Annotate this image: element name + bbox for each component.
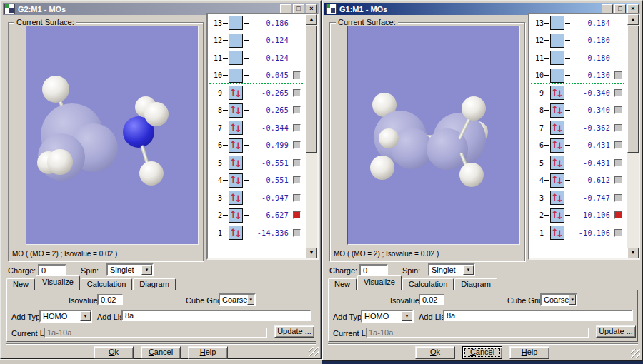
isovalue-input[interactable]: [419, 294, 444, 305]
resize-grip[interactable]: [631, 349, 640, 358]
mo-orbital-box[interactable]: [550, 51, 564, 65]
mo-orbital-box[interactable]: ↑↓: [550, 103, 564, 118]
mo-select-checkbox[interactable]: [614, 159, 622, 167]
scrollbar-thumb[interactable]: [306, 26, 317, 153]
mo-orbital-box[interactable]: ↑↓: [550, 138, 564, 153]
molecule-viewport[interactable]: [26, 26, 199, 245]
isovalue-input[interactable]: [97, 294, 123, 305]
mo-orbital-box[interactable]: ↑↓: [550, 173, 564, 188]
charge-input[interactable]: [38, 264, 66, 276]
scrollbar-thumb[interactable]: [627, 26, 639, 153]
mo-orbital-box[interactable]: [550, 69, 564, 83]
mo-orbital-box[interactable]: ↑↓: [229, 208, 243, 223]
mo-orbital-box[interactable]: ↑↓: [229, 121, 243, 135]
mo-orbital-box[interactable]: [229, 34, 243, 48]
chevron-down-icon[interactable]: ▼: [80, 311, 91, 321]
mo-select-checkbox[interactable]: [293, 211, 301, 219]
mo-orbital-box[interactable]: ↑↓: [229, 191, 243, 205]
mo-select-checkbox[interactable]: [614, 211, 622, 219]
mo-scrollbar[interactable]: ▲ ▼: [306, 14, 317, 258]
mo-select-checkbox[interactable]: [614, 229, 622, 237]
cancel-button[interactable]: Cancel: [141, 346, 181, 359]
tab-diagram[interactable]: Diagram: [454, 278, 497, 290]
update-button[interactable]: Update ...: [274, 325, 314, 338]
tab-diagram[interactable]: Diagram: [133, 278, 176, 290]
tab-calculation[interactable]: Calculation: [402, 278, 454, 290]
mo-orbital-box[interactable]: ↑↓: [550, 208, 564, 223]
mo-orbital-box[interactable]: [550, 34, 564, 48]
molecule-viewport[interactable]: [347, 26, 520, 245]
spin-select[interactable]: Singlet ▼: [106, 263, 154, 276]
mo-orbital-box[interactable]: ↑↓: [550, 121, 564, 135]
chevron-down-icon[interactable]: ▼: [141, 265, 152, 275]
mo-select-checkbox[interactable]: [614, 106, 622, 114]
cube-grid-select[interactable]: Coarse ▼: [219, 293, 256, 306]
mo-orbital-box[interactable]: ↑↓: [550, 86, 564, 100]
mo-orbital-box[interactable]: [229, 69, 243, 83]
mo-orbital-box[interactable]: [229, 16, 243, 30]
mo-orbital-box[interactable]: ↑↓: [229, 86, 243, 100]
help-button[interactable]: Help: [188, 346, 228, 359]
resize-grip[interactable]: [309, 347, 319, 356]
mo-orbital-box[interactable]: ↑↓: [229, 226, 243, 240]
tab-new[interactable]: New: [328, 278, 357, 290]
chevron-down-icon[interactable]: ▼: [402, 311, 412, 321]
chevron-down-icon[interactable]: ▼: [569, 295, 576, 305]
hydrogen-atom: [370, 156, 394, 180]
scroll-up-icon[interactable]: ▲: [627, 14, 639, 25]
hydrogen-atom: [42, 76, 69, 103]
add-type-select[interactable]: HOMO ▼: [361, 310, 414, 323]
mo-orbital-box[interactable]: ↑↓: [229, 156, 243, 170]
mo-select-checkbox[interactable]: [293, 141, 301, 149]
spin-select[interactable]: Singlet ▼: [428, 263, 475, 276]
mo-level-line: [244, 215, 249, 216]
add-type-select[interactable]: HOMO ▼: [39, 310, 92, 323]
mo-select-checkbox[interactable]: [614, 141, 622, 149]
mo-energy-value: 0.180: [571, 36, 610, 44]
add-list-input[interactable]: [121, 310, 311, 321]
mo-select-checkbox[interactable]: [293, 176, 301, 184]
mo-level-line: [544, 23, 549, 24]
mo-orbital-box[interactable]: [550, 16, 564, 30]
mo-scrollbar[interactable]: ▲ ▼: [627, 14, 639, 258]
mo-orbital-box[interactable]: [229, 51, 243, 65]
mo-orbital-box[interactable]: ↑↓: [229, 103, 243, 118]
mo-select-checkbox[interactable]: [614, 194, 622, 202]
mo-select-checkbox[interactable]: [614, 176, 622, 184]
mo-level-line: [223, 145, 228, 146]
mo-orbital-box[interactable]: ↑↓: [229, 173, 243, 188]
mo-row-8: 8↑↓-0.265: [211, 102, 304, 119]
tab-calculation[interactable]: Calculation: [81, 278, 132, 290]
chevron-down-icon[interactable]: ▼: [463, 265, 474, 275]
cube-grid-select[interactable]: Coarse ▼: [540, 293, 577, 306]
help-button[interactable]: Help: [509, 346, 549, 359]
spin-label: Spin:: [81, 266, 99, 275]
cancel-button[interactable]: Cancel: [462, 346, 502, 359]
mo-orbital-box[interactable]: ↑↓: [550, 191, 564, 205]
mo-orbital-box[interactable]: ↑↓: [550, 156, 564, 170]
mo-select-checkbox[interactable]: [614, 89, 622, 97]
mo-select-checkbox[interactable]: [293, 106, 301, 114]
mo-select-checkbox[interactable]: [293, 194, 301, 202]
scroll-down-icon[interactable]: ▼: [306, 248, 317, 258]
charge-input[interactable]: [359, 264, 388, 276]
mo-select-checkbox[interactable]: [614, 124, 622, 132]
mo-select-checkbox[interactable]: [293, 71, 301, 79]
mo-select-checkbox[interactable]: [614, 71, 622, 79]
add-list-input[interactable]: [443, 310, 633, 321]
mo-select-checkbox[interactable]: [293, 124, 301, 132]
mo-orbital-box[interactable]: ↑↓: [550, 226, 564, 240]
tab-new[interactable]: New: [6, 278, 35, 290]
update-button[interactable]: Update ...: [596, 325, 636, 338]
tab-visualize[interactable]: Visualize: [357, 275, 402, 290]
tab-visualize[interactable]: Visualize: [36, 275, 80, 290]
ok-button[interactable]: Ok: [415, 346, 455, 359]
chevron-down-icon[interactable]: ▼: [247, 295, 254, 305]
ok-button[interactable]: Ok: [94, 346, 134, 359]
mo-select-checkbox[interactable]: [293, 159, 301, 167]
mo-select-checkbox[interactable]: [293, 229, 301, 237]
scroll-up-icon[interactable]: ▲: [306, 14, 317, 25]
mo-select-checkbox[interactable]: [293, 89, 301, 97]
scroll-down-icon[interactable]: ▼: [627, 248, 639, 258]
mo-orbital-box[interactable]: ↑↓: [229, 138, 243, 153]
